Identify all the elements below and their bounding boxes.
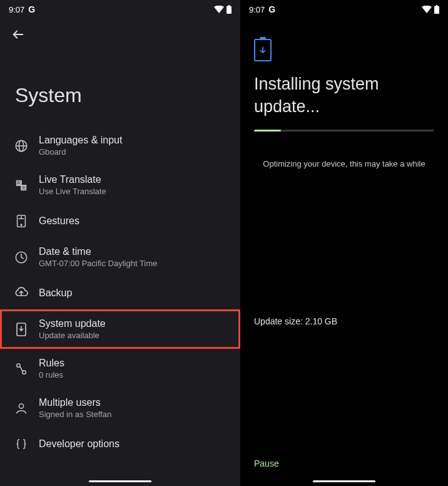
progress-bar (254, 130, 434, 132)
progress-fill (254, 130, 281, 132)
status-bar: 9:07 G (240, 0, 448, 19)
status-right (214, 5, 232, 14)
back-row (0, 19, 240, 46)
translate-icon: A文 (14, 178, 29, 193)
status-time: 9:07 (249, 5, 265, 14)
page-title: System (0, 46, 240, 126)
svg-rect-0 (227, 6, 232, 14)
svg-rect-18 (436, 5, 438, 6)
settings-item-developer-options[interactable]: Developer options (0, 428, 240, 460)
cloud-upload-icon (14, 286, 29, 301)
item-title: Developer options (39, 438, 120, 450)
item-title: System update (39, 318, 106, 329)
svg-rect-1 (228, 5, 230, 6)
item-title: Date & time (39, 246, 157, 257)
settings-list: Languages & input Gboard A文 Live Transla… (0, 126, 240, 460)
settings-item-live-translate[interactable]: A文 Live Translate Use Live Translate (0, 165, 240, 205)
item-subtitle: Gboard (39, 147, 122, 157)
system-update-icon (14, 322, 29, 337)
back-button[interactable] (11, 28, 24, 40)
svg-text:A: A (18, 180, 21, 185)
settings-item-gestures[interactable]: Gestures (0, 205, 240, 237)
item-title: Languages & input (39, 135, 122, 146)
update-install-screen: 9:07 G Installing system update... Optim… (240, 0, 448, 486)
item-title: Multiple users (39, 397, 111, 408)
item-title: Rules (39, 358, 64, 369)
item-subtitle: Use Live Translate (39, 187, 106, 196)
status-left: 9:07 G (249, 4, 275, 14)
status-bar: 9:07 G (0, 0, 240, 19)
svg-text:文: 文 (22, 185, 26, 190)
pause-button[interactable]: Pause (254, 458, 279, 468)
svg-point-16 (19, 403, 23, 408)
settings-item-system-update[interactable]: System update Update available (0, 309, 240, 349)
settings-item-multiple-users[interactable]: Multiple users Signed in as Steffan (0, 388, 240, 428)
item-subtitle: Update available (39, 331, 106, 340)
item-title: Live Translate (39, 174, 106, 185)
nav-bar-handle[interactable] (89, 480, 151, 482)
rules-icon (14, 361, 29, 376)
status-time: 9:07 (9, 5, 24, 14)
settings-item-backup[interactable]: Backup (0, 277, 240, 309)
item-subtitle: GMT-07:00 Pacific Daylight Time (39, 259, 157, 268)
settings-item-languages[interactable]: Languages & input Gboard (0, 126, 240, 165)
svg-point-9 (21, 224, 22, 225)
status-right (422, 5, 439, 14)
item-title: Gestures (39, 215, 79, 227)
system-update-large-icon (254, 39, 272, 61)
google-logo-icon: G (28, 4, 35, 14)
settings-item-rules[interactable]: Rules 0 rules (0, 349, 240, 388)
update-title: Installing system update... (240, 73, 448, 118)
settings-item-date-time[interactable]: Date & time GMT-07:00 Pacific Daylight T… (0, 237, 240, 277)
item-subtitle: 0 rules (39, 370, 64, 380)
wifi-icon (214, 6, 224, 13)
system-settings-screen: 9:07 G System Languages & input Gboard (0, 0, 240, 486)
battery-icon (227, 5, 232, 14)
update-size: Update size: 2.10 GB (254, 316, 337, 326)
braces-icon (14, 437, 29, 452)
status-left: 9:07 G (9, 4, 35, 14)
svg-rect-17 (434, 6, 439, 14)
item-subtitle: Signed in as Steffan (39, 410, 111, 419)
wifi-icon (422, 6, 432, 13)
google-logo-icon: G (268, 4, 275, 14)
optimize-text: Optimizing your device, this may take a … (240, 132, 448, 168)
battery-icon (434, 5, 439, 14)
gestures-icon (14, 214, 29, 229)
person-icon (14, 401, 29, 416)
nav-bar-handle[interactable] (313, 480, 375, 482)
item-title: Backup (39, 287, 72, 299)
globe-icon (14, 138, 29, 153)
clock-icon (14, 250, 29, 265)
